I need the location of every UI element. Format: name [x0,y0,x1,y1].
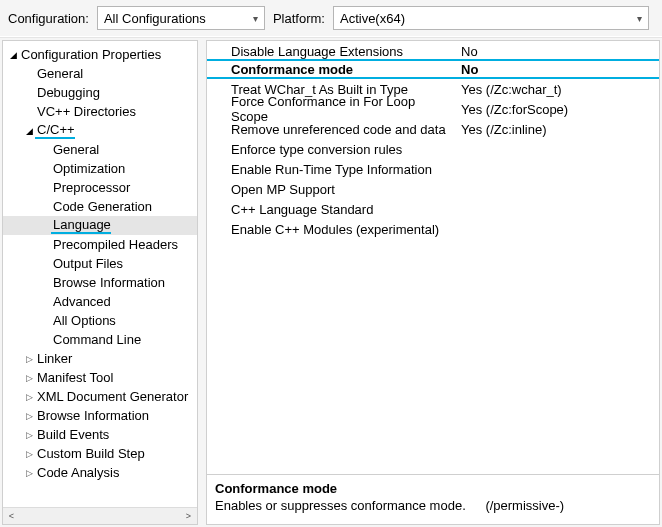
platform-dropdown[interactable]: Active(x64) ▾ [333,6,649,30]
expander-icon[interactable]: ▷ [23,411,35,421]
configuration-dropdown[interactable]: All Configurations ▾ [97,6,265,30]
property-row[interactable]: Enforce type conversion rules [207,139,659,159]
chevron-down-icon: ▾ [253,13,258,24]
tree-node-linker[interactable]: ▷Linker [3,349,197,368]
tree-node-codean[interactable]: ▷Code Analysis [3,463,197,482]
tree-node-cbstep[interactable]: ▷Custom Build Step [3,444,197,463]
tree-node-config-properties[interactable]: ◢ Configuration Properties [3,45,197,64]
tree: ◢ Configuration Properties General Debug… [3,45,197,507]
expander-icon[interactable]: ▷ [23,430,35,440]
tree-node-browse[interactable]: ▷Browse Information [3,406,197,425]
property-row[interactable]: Enable Run-Time Type Information [207,159,659,179]
tree-node-c-output[interactable]: Output Files [3,254,197,273]
platform-label: Platform: [273,11,325,26]
configuration-value: All Configurations [104,11,249,26]
expander-icon[interactable]: ▷ [23,373,35,383]
tree-node-ccpp[interactable]: ◢C/C++ [3,121,197,140]
tree-node-general[interactable]: General [3,64,197,83]
tree-node-c-browse[interactable]: Browse Information [3,273,197,292]
tree-node-c-all[interactable]: All Options [3,311,197,330]
tree-node-c-codegen[interactable]: Code Generation [3,197,197,216]
scroll-left-icon[interactable]: < [3,508,20,525]
tree-node-c-preprocessor[interactable]: Preprocessor [3,178,197,197]
tree-node-c-general[interactable]: General [3,140,197,159]
property-row-selected[interactable]: Conformance mode No [207,59,659,79]
horizontal-scrollbar[interactable]: < > [3,507,197,524]
expander-icon[interactable]: ◢ [23,126,35,136]
property-grid: Disable Language Extensions No Conforman… [206,40,660,475]
description-title: Conformance mode [215,481,651,496]
configuration-label: Configuration: [8,11,89,26]
tree-node-c-advanced[interactable]: Advanced [3,292,197,311]
tree-node-vcdirs[interactable]: VC++ Directories [3,102,197,121]
expander-icon[interactable]: ▷ [23,392,35,402]
expander-icon[interactable]: ▷ [23,449,35,459]
property-row[interactable]: Remove unreferenced code and data Yes (/… [207,119,659,139]
right-pane: Disable Language Extensions No Conforman… [206,40,660,525]
tree-node-c-language[interactable]: Language [3,216,197,235]
expander-icon[interactable]: ▷ [23,354,35,364]
main-split: ◢ Configuration Properties General Debug… [0,37,662,527]
expander-icon[interactable]: ▷ [23,468,35,478]
tree-node-xmldoc[interactable]: ▷XML Document Generator [3,387,197,406]
property-row[interactable]: Disable Language Extensions No [207,41,659,61]
property-row[interactable]: Force Conformance in For Loop Scope Yes … [207,99,659,119]
property-row[interactable]: Enable C++ Modules (experimental) [207,219,659,239]
description-panel: Conformance mode Enables or suppresses c… [206,475,660,525]
tree-node-c-cmd[interactable]: Command Line [3,330,197,349]
tree-node-buildev[interactable]: ▷Build Events [3,425,197,444]
tree-node-c-pch[interactable]: Precompiled Headers [3,235,197,254]
description-body: Enables or suppresses conformance mode. … [215,498,651,513]
tree-pane: ◢ Configuration Properties General Debug… [2,40,198,525]
topbar: Configuration: All Configurations ▾ Plat… [0,0,662,37]
tree-node-c-optimization[interactable]: Optimization [3,159,197,178]
expander-icon[interactable]: ◢ [7,50,19,60]
property-row[interactable]: C++ Language Standard [207,199,659,219]
tree-node-manifest[interactable]: ▷Manifest Tool [3,368,197,387]
tree-node-debugging[interactable]: Debugging [3,83,197,102]
scroll-right-icon[interactable]: > [180,508,197,525]
property-row[interactable]: Open MP Support [207,179,659,199]
chevron-down-icon: ▾ [637,13,642,24]
platform-value: Active(x64) [340,11,633,26]
